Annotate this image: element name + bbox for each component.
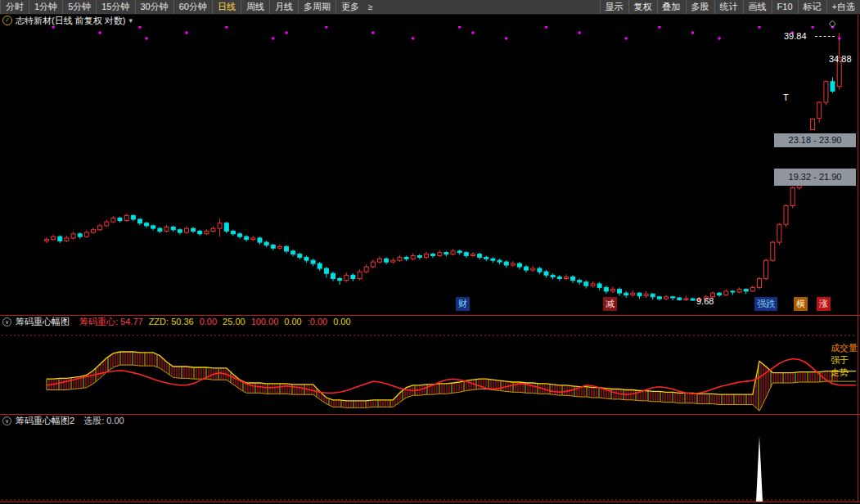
indicator1-value: 25.00 <box>223 317 245 326</box>
selection-spike <box>756 436 763 502</box>
menu-item-monthly[interactable]: 月线 <box>269 0 298 14</box>
collapse-panel1-icon[interactable]: ∨ <box>2 317 11 326</box>
gap-annotation-box-2: 19.32 - 21.90 <box>774 169 856 186</box>
menu-item-daily[interactable]: 日线 <box>212 0 241 14</box>
low-price-label: 9.68 <box>696 296 714 306</box>
indicator1-value: 100.00 <box>251 317 279 326</box>
menu-item-60min[interactable]: 60分钟 <box>173 0 212 14</box>
menu-item-5min[interactable]: 5分钟 <box>62 0 96 14</box>
diamond-marker-icon: ◇ <box>829 18 835 29</box>
watermark-tag: 减 <box>603 297 617 311</box>
menu-item-fenshi[interactable]: 分时 <box>0 0 29 14</box>
candles-layer <box>45 33 842 301</box>
watermark-tag: 横 <box>794 297 808 311</box>
menu-item-multi-stock[interactable]: 多股 <box>686 0 714 14</box>
menu-item-30min[interactable]: 30分钟 <box>135 0 173 14</box>
menu-item-display[interactable]: 显示 <box>600 0 628 14</box>
price-leader-dashes <box>815 36 835 37</box>
gap-annotation-box-1: 23.18 - 23.90 <box>774 133 856 147</box>
indicator1-side-label: 成交量 <box>831 342 858 354</box>
current-price-label: 34.88 <box>829 54 852 64</box>
indicator1-title[interactable]: 筹码重心幅图 <box>16 316 70 328</box>
stock-title: 志特新材(日线 前复权 对数) <box>16 15 125 27</box>
menu-item-weekly[interactable]: 周线 <box>241 0 269 14</box>
watermark-tag: 强跌 <box>754 297 777 311</box>
collapse-panel2-icon[interactable]: ∨ <box>2 416 11 425</box>
more-chevron-icon[interactable]: ≥ <box>364 2 377 11</box>
indicator1-value: 0.00 <box>284 317 301 326</box>
indicator2-chart[interactable] <box>0 425 860 502</box>
menu-item-overlay[interactable]: 叠加 <box>657 0 686 14</box>
menu-item-multi-period[interactable]: 多周期 <box>298 0 335 14</box>
indicator1-value: 0.00 <box>333 317 350 326</box>
trading-app-window: 分时1分钟5分钟15分钟30分钟60分钟日线周线月线多周期更多≥ 显示复权叠加多… <box>0 0 860 504</box>
menu-item-add-watchlist[interactable]: +自选 <box>826 0 860 14</box>
menu-left: 分时1分钟5分钟15分钟30分钟60分钟日线周线月线多周期更多≥ <box>0 0 377 14</box>
indicator1-header: ∨ 筹码重心幅图 筹码重心: 54.77ZZD: 50.360.0025.001… <box>0 317 351 327</box>
indicator1-value: ZZD: 50.36 <box>149 317 194 326</box>
menu-item-adjust[interactable]: 复权 <box>628 0 657 14</box>
indicator1-values: 筹码重心: 54.77ZZD: 50.360.0025.00100.000.00… <box>74 316 351 328</box>
menu-item-mark[interactable]: 标记 <box>798 0 826 14</box>
title-bar: ✓ 志特新材(日线 前复权 对数) ▾ <box>0 15 860 26</box>
main-candlestick-chart[interactable] <box>0 26 860 315</box>
dropdown-caret-icon[interactable]: ▾ <box>128 16 133 25</box>
indicator1-value: :0.00 <box>308 317 327 326</box>
menu-item-15min[interactable]: 15分钟 <box>96 0 134 14</box>
menu-item-stats[interactable]: 统计 <box>714 0 743 14</box>
watermark-tag: 涨 <box>817 297 831 311</box>
panel-separator-3 <box>0 502 860 502</box>
menu-item-1min[interactable]: 1分钟 <box>29 0 62 14</box>
indicator1-value: 筹码重心: 54.77 <box>79 317 143 326</box>
indicator1-chart[interactable] <box>0 327 860 414</box>
t-drawing-marker: T <box>783 92 789 102</box>
chart-mode-icon[interactable]: ✓ <box>2 16 12 25</box>
menu-right: 显示复权叠加多股统计画线F10标记+自选 <box>600 0 860 14</box>
high-price-label: 39.84 <box>784 31 807 41</box>
indicator1-side-label: 强于 <box>831 354 849 367</box>
menu-item-f10[interactable]: F10 <box>772 0 798 14</box>
panel-separator-2[interactable] <box>0 414 860 415</box>
indicator1-value: 0.00 <box>200 317 217 326</box>
indicator1-side-label: 走势 <box>831 367 849 379</box>
signal-dots-layer <box>52 26 840 40</box>
menu-item-more[interactable]: 更多 <box>335 0 364 14</box>
watermark-tag: 财 <box>456 297 470 311</box>
menu-item-draw[interactable]: 画线 <box>743 0 772 14</box>
top-menubar: 分时1分钟5分钟15分钟30分钟60分钟日线周线月线多周期更多≥ 显示复权叠加多… <box>0 0 860 15</box>
